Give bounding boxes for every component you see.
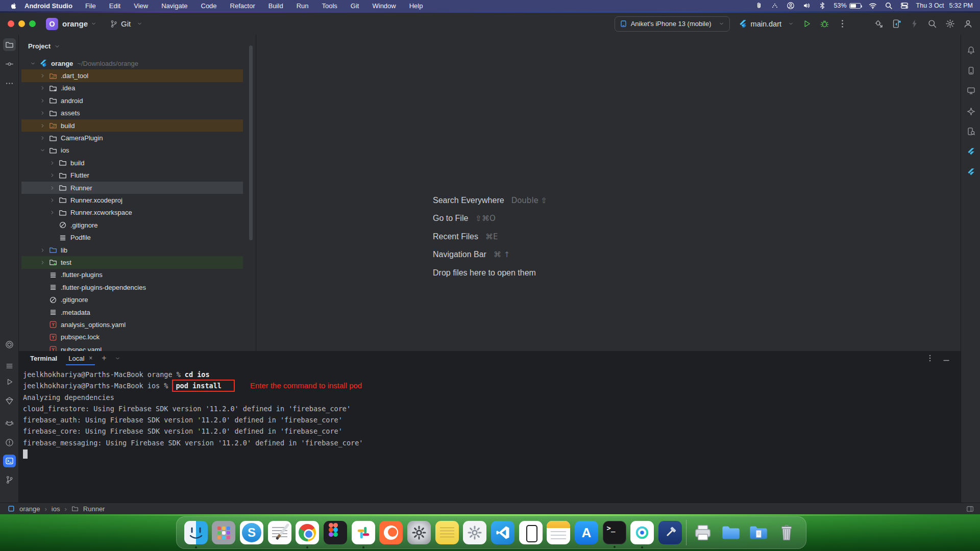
more-actions-icon[interactable] — [837, 19, 847, 29]
hint-label[interactable]: Drop files here to open them — [433, 268, 536, 278]
dock-folder-documents-icon[interactable] — [719, 521, 743, 544]
menu-item-code[interactable]: Code — [194, 2, 224, 10]
terminal-output[interactable]: jeelkhokhariya@Parths-MacBook orange %cd… — [19, 365, 961, 460]
hint-label[interactable]: Go to File — [433, 214, 468, 223]
tree-item-runner[interactable]: Runner — [21, 182, 243, 194]
dock-slack-icon[interactable] — [352, 521, 375, 544]
dock-textedit-icon[interactable] — [268, 521, 291, 544]
running-devices-icon[interactable] — [965, 84, 977, 97]
tree-item-metadata[interactable]: .metadata — [21, 306, 243, 318]
dock-finder-icon[interactable] — [184, 521, 208, 544]
chevron-right-icon[interactable] — [50, 184, 59, 192]
chevron-down-icon[interactable] — [30, 59, 39, 67]
battery-icon[interactable]: 53% — [834, 2, 861, 9]
minimize-panel-icon[interactable] — [942, 354, 950, 362]
tree-item-lib[interactable]: lib — [21, 244, 243, 256]
logcat-tool-icon[interactable] — [3, 417, 16, 430]
menu-item-navigate[interactable]: Navigate — [155, 2, 194, 10]
hint-label[interactable]: Search Everywhere — [433, 196, 504, 205]
todo-tool-icon[interactable] — [3, 360, 16, 372]
run-config-selector[interactable]: main.dart — [739, 19, 794, 28]
dock-notes-2-icon[interactable] — [547, 521, 570, 544]
device-selector[interactable]: Aniket's iPhone 13 (mobile) — [615, 16, 730, 32]
tree-item-dart-tool[interactable]: .dart_tool — [21, 69, 243, 82]
run-button[interactable] — [801, 19, 812, 29]
dock-vscode-icon[interactable] — [491, 521, 514, 544]
dock-trash-icon[interactable] — [775, 521, 798, 544]
dock-iphone-mirroring-icon[interactable] — [519, 521, 543, 544]
chevron-right-icon[interactable] — [40, 121, 49, 130]
device-reload-icon[interactable] — [891, 19, 901, 29]
tree-item-flutter[interactable]: Flutter — [21, 169, 243, 182]
attach-debugger-icon[interactable] — [873, 19, 884, 29]
menu-item-window[interactable]: Window — [365, 2, 402, 10]
control-center-icon[interactable] — [900, 2, 909, 10]
dock-android-studio-icon[interactable] — [630, 521, 654, 544]
menu-item-build[interactable]: Build — [262, 2, 290, 10]
vcs-widget[interactable]: Git — [110, 19, 142, 28]
menu-item-run[interactable]: Run — [290, 2, 315, 10]
flutter-outline-icon[interactable] — [965, 145, 977, 158]
project-widget[interactable]: orange — [62, 19, 88, 28]
flutter-inspector-icon[interactable] — [965, 166, 977, 179]
packages-tool-icon[interactable] — [3, 338, 16, 351]
menu-item-view[interactable]: View — [127, 2, 155, 10]
menu-item-file[interactable]: File — [79, 2, 103, 10]
commit-tool-icon[interactable] — [3, 58, 16, 70]
app-inspection-icon[interactable] — [965, 125, 977, 138]
dock-folder-downloads-icon[interactable] — [747, 521, 770, 544]
hot-restart-icon[interactable] — [909, 19, 919, 29]
tree-item-runner-xcodeproj[interactable]: Runner.xcodeproj — [21, 194, 243, 206]
chevron-right-icon[interactable] — [40, 96, 49, 105]
chevron-right-icon[interactable] — [50, 196, 59, 204]
tree-item-pubspec-lock[interactable]: Ypubspec.lock — [21, 331, 243, 343]
apple-menu-icon[interactable] — [7, 2, 19, 10]
breadcrumb-item-orange[interactable]: orange — [19, 505, 40, 513]
dock-app-store-icon[interactable] — [575, 521, 598, 544]
breadcrumb-item-ios[interactable]: ios — [52, 505, 60, 513]
dart-analysis-tool-icon[interactable] — [3, 394, 16, 407]
run-tool-icon[interactable] — [3, 375, 16, 388]
menu-item-tools[interactable]: Tools — [315, 2, 344, 10]
user-switch-icon[interactable] — [787, 2, 795, 10]
settings-gear-icon[interactable] — [945, 19, 955, 29]
dock-terminal-icon[interactable] — [603, 521, 626, 544]
tree-item-analysis-options-yaml[interactable]: Yanalysis_options.yaml — [21, 318, 243, 331]
tree-item-gitignore[interactable]: .gitignore — [21, 293, 243, 306]
tree-item-test[interactable]: test — [21, 256, 243, 268]
minimize-window-button[interactable] — [18, 20, 25, 27]
dock-skype-icon[interactable] — [240, 521, 263, 544]
project-panel-header[interactable]: Project — [19, 35, 256, 57]
menu-item-edit[interactable]: Edit — [103, 2, 127, 10]
search-icon[interactable] — [927, 19, 937, 29]
chevron-down-icon[interactable] — [115, 356, 120, 361]
terminal-tool-icon[interactable] — [3, 455, 16, 467]
tree-item-pubspec-yaml[interactable]: Ypubspec.yaml — [21, 343, 243, 351]
tree-item-build[interactable]: build — [21, 157, 243, 169]
tree-item-flutter-plugins-dependencies[interactable]: .flutter-plugins-dependencies — [21, 281, 243, 293]
tree-item-cameraplugin[interactable]: CameraPlugin — [21, 132, 243, 144]
more-tools-icon[interactable] — [3, 77, 16, 90]
input-source-icon[interactable] — [771, 2, 779, 10]
dock-xcode-icon[interactable] — [658, 521, 682, 544]
volume-icon[interactable] — [802, 2, 811, 10]
menu-app-name[interactable]: Android Studio — [19, 2, 79, 10]
tree-item-android[interactable]: android — [21, 94, 243, 107]
terminal-title[interactable]: Terminal — [30, 355, 57, 362]
tree-item-assets[interactable]: assets — [21, 107, 243, 119]
hint-label[interactable]: Navigation Bar — [433, 250, 486, 259]
layout-panel-icon[interactable] — [966, 505, 974, 513]
account-avatar-icon[interactable] — [963, 19, 973, 29]
close-tab-icon[interactable]: × — [89, 355, 92, 362]
chevron-right-icon[interactable] — [40, 72, 49, 80]
close-window-button[interactable] — [8, 20, 14, 27]
bluetooth-icon[interactable] — [818, 2, 826, 10]
dock-notes-icon[interactable] — [435, 521, 459, 544]
menubar-clock[interactable]: Thu 3 Oct 5:32 PM — [916, 2, 973, 9]
chevron-right-icon[interactable] — [50, 171, 59, 180]
wifi-icon[interactable] — [869, 2, 877, 10]
chevron-right-icon[interactable] — [50, 209, 59, 217]
chevron-right-icon[interactable] — [40, 84, 49, 92]
dock-settings-alt-icon[interactable] — [463, 521, 486, 544]
new-terminal-icon[interactable]: + — [102, 354, 106, 363]
